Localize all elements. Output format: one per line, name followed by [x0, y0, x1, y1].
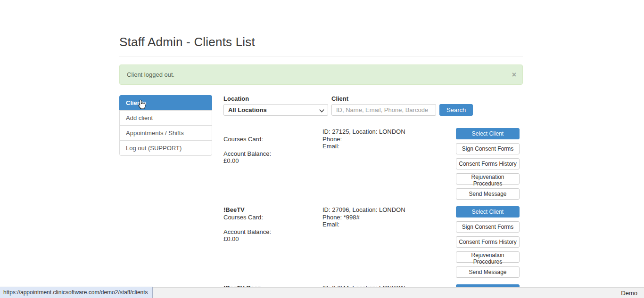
alert-message: Client logged out.	[127, 71, 174, 78]
client-id-location: ID: 27096, Location: LONDON	[322, 206, 456, 214]
client-row: !BeeTV Courses Card: Account Balance: £0…	[223, 206, 523, 278]
courses-card-value	[223, 221, 322, 228]
client-label: Client	[331, 95, 436, 102]
sign-consent-forms-button[interactable]: Sign Consent Forms	[456, 221, 520, 233]
sidebar-item-appointments-shifts[interactable]: Appointments / Shifts	[119, 125, 212, 141]
page-title: Staff Admin - Clients List	[119, 35, 523, 49]
rejuvenation-procedures-button[interactable]: Rejuvenation Procedures	[456, 173, 520, 185]
send-message-button[interactable]: Send Message	[456, 266, 520, 278]
select-client-button[interactable]: Select Client	[456, 128, 520, 139]
title-divider	[119, 56, 523, 57]
close-icon[interactable]: ×	[512, 71, 516, 79]
client-list: Courses Card: Account Balance: £0.00 ID:…	[223, 128, 523, 298]
client-actions: Select ClientSign Consent FormsConsent F…	[456, 206, 520, 278]
sidebar-item-clients[interactable]: Clients	[119, 95, 212, 111]
client-email: Email:	[322, 221, 456, 228]
search-button[interactable]: Search	[439, 104, 473, 116]
alert-success: Client logged out. ×	[119, 64, 523, 85]
courses-card-value	[223, 143, 322, 150]
client-field: Client	[331, 95, 436, 116]
rejuvenation-procedures-button[interactable]: Rejuvenation Procedures	[456, 251, 520, 263]
account-balance-label: Account Balance:	[223, 150, 322, 158]
client-name	[223, 128, 322, 136]
sidebar-menu: ClientsAdd clientAppointments / ShiftsLo…	[119, 95, 212, 298]
courses-card-label: Courses Card:	[223, 136, 322, 143]
client-name: !BeeTV	[223, 206, 322, 214]
client-phone: Phone: *998#	[322, 214, 456, 221]
clients-pane: Location All Locations Client Search	[223, 95, 523, 298]
filter-row: Location All Locations Client Search	[223, 95, 523, 116]
sidebar-item-log-out-support[interactable]: Log out (SUPPORT)	[119, 140, 212, 156]
demo-label: Demo	[621, 290, 637, 297]
main-content: Staff Admin - Clients List Client logged…	[119, 0, 523, 298]
courses-card-label: Courses Card:	[223, 214, 322, 221]
send-message-button[interactable]: Send Message	[456, 188, 520, 200]
link-preview-tooltip: https://appointment.clinicsoftware.com/d…	[0, 287, 153, 298]
client-email: Email:	[322, 143, 456, 150]
consent-forms-history-button[interactable]: Consent Forms History	[456, 158, 520, 169]
client-actions: Select ClientSign Consent FormsConsent F…	[456, 128, 520, 200]
consent-forms-history-button[interactable]: Consent Forms History	[456, 236, 520, 248]
client-phone: Phone:	[322, 136, 456, 143]
location-label: Location	[223, 95, 328, 102]
location-field: Location All Locations	[223, 95, 328, 116]
client-row: Courses Card: Account Balance: £0.00 ID:…	[223, 128, 523, 200]
account-balance-value: £0.00	[223, 235, 322, 243]
account-balance-label: Account Balance:	[223, 228, 322, 236]
sidebar-item-add-client[interactable]: Add client	[119, 110, 212, 126]
account-balance-value: £0.00	[223, 157, 322, 165]
client-id-location: ID: 27125, Location: LONDON	[322, 128, 456, 136]
location-select[interactable]: All Locations	[223, 104, 328, 116]
select-client-button[interactable]: Select Client	[456, 206, 520, 217]
sign-consent-forms-button[interactable]: Sign Consent Forms	[456, 143, 520, 154]
client-search-input[interactable]	[331, 104, 436, 116]
